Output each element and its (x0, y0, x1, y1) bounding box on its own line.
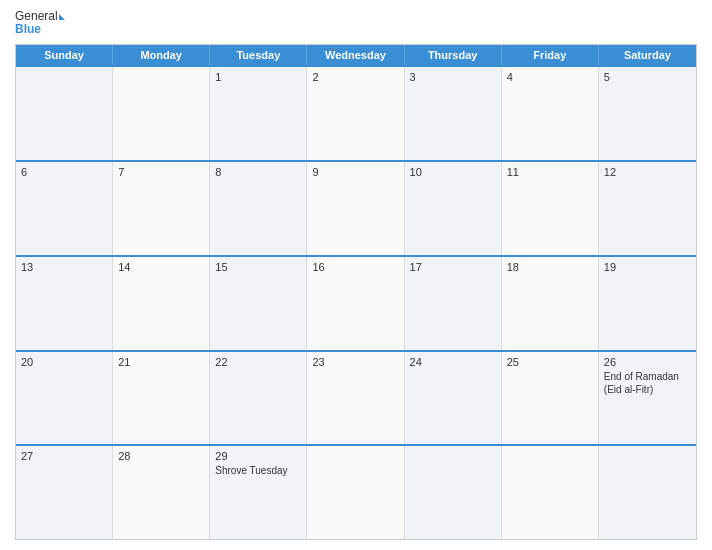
day-number: 19 (604, 261, 691, 273)
day-number: 4 (507, 71, 593, 83)
col-wednesday: Wednesday (307, 45, 404, 65)
table-row: 3 (405, 67, 502, 160)
table-row (307, 446, 404, 539)
week-row-3: 13141516171819 (16, 255, 696, 350)
table-row (502, 446, 599, 539)
table-row: 9 (307, 162, 404, 255)
table-row: 18 (502, 257, 599, 350)
day-number: 24 (410, 356, 496, 368)
table-row: 8 (210, 162, 307, 255)
col-monday: Monday (113, 45, 210, 65)
day-number: 15 (215, 261, 301, 273)
table-row: 4 (502, 67, 599, 160)
week-row-5: 272829Shrove Tuesday (16, 444, 696, 539)
day-number: 9 (312, 166, 398, 178)
table-row: 12 (599, 162, 696, 255)
table-row: 6 (16, 162, 113, 255)
day-event: End of Ramadan (Eid al-Fitr) (604, 370, 691, 396)
table-row: 5 (599, 67, 696, 160)
table-row: 10 (405, 162, 502, 255)
calendar-header-row: Sunday Monday Tuesday Wednesday Thursday… (16, 45, 696, 65)
col-thursday: Thursday (405, 45, 502, 65)
table-row: 19 (599, 257, 696, 350)
day-number: 3 (410, 71, 496, 83)
day-number: 2 (312, 71, 398, 83)
table-row: 27 (16, 446, 113, 539)
day-number: 1 (215, 71, 301, 83)
table-row: 17 (405, 257, 502, 350)
day-event: Shrove Tuesday (215, 464, 301, 477)
day-number: 28 (118, 450, 204, 462)
week-row-1: 12345 (16, 65, 696, 160)
table-row: 14 (113, 257, 210, 350)
page: GeneralBlue Sunday Monday Tuesday Wednes… (0, 0, 712, 550)
day-number: 16 (312, 261, 398, 273)
day-number: 12 (604, 166, 691, 178)
header: GeneralBlue (15, 10, 697, 36)
table-row (113, 67, 210, 160)
calendar: Sunday Monday Tuesday Wednesday Thursday… (15, 44, 697, 540)
day-number: 22 (215, 356, 301, 368)
table-row: 25 (502, 352, 599, 445)
table-row: 1 (210, 67, 307, 160)
week-row-4: 20212223242526End of Ramadan (Eid al-Fit… (16, 350, 696, 445)
day-number: 21 (118, 356, 204, 368)
table-row: 29Shrove Tuesday (210, 446, 307, 539)
table-row (405, 446, 502, 539)
logo: GeneralBlue (15, 10, 65, 36)
table-row: 20 (16, 352, 113, 445)
day-number: 10 (410, 166, 496, 178)
table-row: 16 (307, 257, 404, 350)
table-row: 28 (113, 446, 210, 539)
table-row: 26End of Ramadan (Eid al-Fitr) (599, 352, 696, 445)
table-row: 11 (502, 162, 599, 255)
day-number: 14 (118, 261, 204, 273)
day-number: 5 (604, 71, 691, 83)
day-number: 7 (118, 166, 204, 178)
day-number: 8 (215, 166, 301, 178)
day-number: 11 (507, 166, 593, 178)
day-number: 13 (21, 261, 107, 273)
col-saturday: Saturday (599, 45, 696, 65)
table-row: 23 (307, 352, 404, 445)
col-sunday: Sunday (16, 45, 113, 65)
day-number: 27 (21, 450, 107, 462)
day-number: 23 (312, 356, 398, 368)
col-tuesday: Tuesday (210, 45, 307, 65)
table-row: 2 (307, 67, 404, 160)
calendar-body: 1234567891011121314151617181920212223242… (16, 65, 696, 539)
table-row: 24 (405, 352, 502, 445)
table-row (16, 67, 113, 160)
day-number: 26 (604, 356, 691, 368)
table-row: 21 (113, 352, 210, 445)
day-number: 29 (215, 450, 301, 462)
col-friday: Friday (502, 45, 599, 65)
table-row: 7 (113, 162, 210, 255)
table-row: 15 (210, 257, 307, 350)
day-number: 6 (21, 166, 107, 178)
week-row-2: 6789101112 (16, 160, 696, 255)
day-number: 18 (507, 261, 593, 273)
table-row: 13 (16, 257, 113, 350)
table-row: 22 (210, 352, 307, 445)
day-number: 25 (507, 356, 593, 368)
day-number: 20 (21, 356, 107, 368)
day-number: 17 (410, 261, 496, 273)
table-row (599, 446, 696, 539)
